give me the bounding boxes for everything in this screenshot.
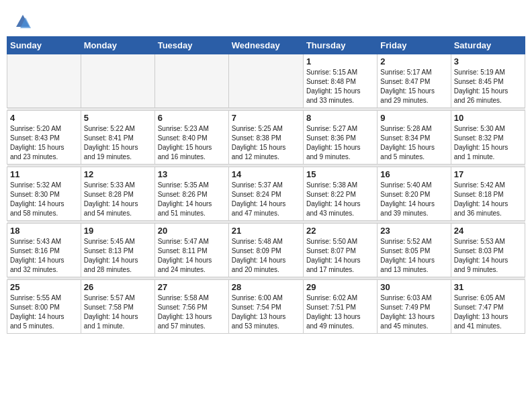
cell-details: Sunrise: 5:47 AM Sunset: 8:11 PM Dayligh… (158, 237, 226, 275)
day-number: 22 (306, 226, 374, 236)
weekday-header-friday: Friday (378, 37, 451, 54)
logo-icon (13, 12, 32, 31)
calendar-cell: 11Sunrise: 5:32 AM Sunset: 8:30 PM Dayli… (7, 167, 81, 221)
day-number: 5 (84, 113, 152, 123)
cell-details: Sunrise: 5:45 AM Sunset: 8:13 PM Dayligh… (84, 237, 152, 275)
day-number: 27 (158, 282, 226, 292)
weekday-header-tuesday: Tuesday (154, 37, 228, 54)
day-number: 2 (380, 56, 447, 66)
cell-details: Sunrise: 5:15 AM Sunset: 8:48 PM Dayligh… (306, 68, 374, 105)
day-number: 9 (380, 113, 447, 123)
calendar-cell (7, 54, 81, 108)
cell-details: Sunrise: 5:35 AM Sunset: 8:26 PM Dayligh… (158, 181, 226, 218)
weekday-header-sunday: Sunday (7, 37, 81, 54)
calendar-cell: 1Sunrise: 5:15 AM Sunset: 8:48 PM Daylig… (303, 54, 377, 108)
cell-details: Sunrise: 5:19 AM Sunset: 8:45 PM Dayligh… (454, 68, 522, 105)
cell-details: Sunrise: 5:25 AM Sunset: 8:38 PM Dayligh… (232, 124, 300, 162)
cell-details: Sunrise: 5:17 AM Sunset: 8:47 PM Dayligh… (380, 68, 447, 105)
weekday-header-monday: Monday (81, 37, 154, 54)
day-number: 11 (10, 169, 78, 179)
calendar-cell: 31Sunrise: 6:05 AM Sunset: 7:47 PM Dayli… (451, 280, 525, 334)
header (7, 7, 525, 34)
calendar-cell: 30Sunrise: 6:03 AM Sunset: 7:49 PM Dayli… (378, 280, 451, 334)
day-number: 6 (158, 113, 226, 123)
calendar-cell: 14Sunrise: 5:37 AM Sunset: 8:24 PM Dayli… (228, 167, 303, 221)
cell-details: Sunrise: 5:30 AM Sunset: 8:32 PM Dayligh… (454, 124, 522, 162)
cell-details: Sunrise: 5:57 AM Sunset: 7:58 PM Dayligh… (84, 293, 152, 331)
cell-details: Sunrise: 5:42 AM Sunset: 8:18 PM Dayligh… (454, 181, 522, 218)
day-number: 8 (306, 113, 374, 123)
calendar-cell: 7Sunrise: 5:25 AM Sunset: 8:38 PM Daylig… (228, 111, 303, 165)
day-number: 7 (232, 113, 300, 123)
day-number: 10 (454, 113, 522, 123)
week-row-2: 4Sunrise: 5:20 AM Sunset: 8:43 PM Daylig… (7, 111, 525, 165)
calendar-cell (228, 54, 303, 108)
week-row-4: 18Sunrise: 5:43 AM Sunset: 8:16 PM Dayli… (7, 224, 525, 277)
calendar-cell: 18Sunrise: 5:43 AM Sunset: 8:16 PM Dayli… (7, 224, 81, 277)
day-number: 14 (232, 169, 300, 179)
logo (13, 12, 34, 31)
day-number: 26 (84, 282, 152, 292)
calendar-cell: 16Sunrise: 5:40 AM Sunset: 8:20 PM Dayli… (378, 167, 451, 221)
calendar-cell: 26Sunrise: 5:57 AM Sunset: 7:58 PM Dayli… (81, 280, 154, 334)
calendar-cell: 10Sunrise: 5:30 AM Sunset: 8:32 PM Dayli… (451, 111, 525, 165)
calendar-cell: 4Sunrise: 5:20 AM Sunset: 8:43 PM Daylig… (7, 111, 81, 165)
calendar-cell: 19Sunrise: 5:45 AM Sunset: 8:13 PM Dayli… (81, 224, 154, 277)
calendar-cell: 17Sunrise: 5:42 AM Sunset: 8:18 PM Dayli… (451, 167, 525, 221)
calendar-cell: 5Sunrise: 5:22 AM Sunset: 8:41 PM Daylig… (81, 111, 154, 165)
cell-details: Sunrise: 5:53 AM Sunset: 8:03 PM Dayligh… (454, 237, 522, 275)
weekday-header-thursday: Thursday (303, 37, 377, 54)
cell-details: Sunrise: 5:48 AM Sunset: 8:09 PM Dayligh… (232, 237, 300, 275)
day-number: 16 (380, 169, 447, 179)
day-number: 29 (306, 282, 374, 292)
day-number: 31 (454, 282, 522, 292)
cell-details: Sunrise: 5:38 AM Sunset: 8:22 PM Dayligh… (306, 181, 374, 218)
week-row-3: 11Sunrise: 5:32 AM Sunset: 8:30 PM Dayli… (7, 167, 525, 221)
cell-details: Sunrise: 6:00 AM Sunset: 7:54 PM Dayligh… (232, 293, 300, 331)
calendar-cell: 20Sunrise: 5:47 AM Sunset: 8:11 PM Dayli… (154, 224, 228, 277)
cell-details: Sunrise: 6:05 AM Sunset: 7:47 PM Dayligh… (454, 293, 522, 331)
cell-details: Sunrise: 5:20 AM Sunset: 8:43 PM Dayligh… (10, 124, 78, 162)
calendar-table: SundayMondayTuesdayWednesdayThursdayFrid… (7, 36, 525, 334)
calendar-cell: 12Sunrise: 5:33 AM Sunset: 8:28 PM Dayli… (81, 167, 154, 221)
cell-details: Sunrise: 5:23 AM Sunset: 8:40 PM Dayligh… (158, 124, 226, 162)
calendar-cell: 23Sunrise: 5:52 AM Sunset: 8:05 PM Dayli… (378, 224, 451, 277)
cell-details: Sunrise: 6:02 AM Sunset: 7:51 PM Dayligh… (306, 293, 374, 331)
cell-details: Sunrise: 5:22 AM Sunset: 8:41 PM Dayligh… (84, 124, 152, 162)
cell-details: Sunrise: 5:32 AM Sunset: 8:30 PM Dayligh… (10, 181, 78, 218)
weekday-header-saturday: Saturday (451, 37, 525, 54)
day-number: 20 (158, 226, 226, 236)
cell-details: Sunrise: 5:37 AM Sunset: 8:24 PM Dayligh… (232, 181, 300, 218)
calendar-cell: 6Sunrise: 5:23 AM Sunset: 8:40 PM Daylig… (154, 111, 228, 165)
day-number: 12 (84, 169, 152, 179)
calendar-cell: 28Sunrise: 6:00 AM Sunset: 7:54 PM Dayli… (228, 280, 303, 334)
week-row-5: 25Sunrise: 5:55 AM Sunset: 8:00 PM Dayli… (7, 280, 525, 334)
day-number: 30 (380, 282, 447, 292)
day-number: 19 (84, 226, 152, 236)
calendar-cell: 15Sunrise: 5:38 AM Sunset: 8:22 PM Dayli… (303, 167, 377, 221)
cell-details: Sunrise: 5:50 AM Sunset: 8:07 PM Dayligh… (306, 237, 374, 275)
cell-details: Sunrise: 5:27 AM Sunset: 8:36 PM Dayligh… (306, 124, 374, 162)
day-number: 17 (454, 169, 522, 179)
calendar-cell: 22Sunrise: 5:50 AM Sunset: 8:07 PM Dayli… (303, 224, 377, 277)
cell-details: Sunrise: 5:52 AM Sunset: 8:05 PM Dayligh… (380, 237, 447, 275)
weekday-header-wednesday: Wednesday (228, 37, 303, 54)
cell-details: Sunrise: 5:28 AM Sunset: 8:34 PM Dayligh… (380, 124, 447, 162)
calendar-cell: 13Sunrise: 5:35 AM Sunset: 8:26 PM Dayli… (154, 167, 228, 221)
calendar-cell: 21Sunrise: 5:48 AM Sunset: 8:09 PM Dayli… (228, 224, 303, 277)
day-number: 3 (454, 56, 522, 66)
cell-details: Sunrise: 5:55 AM Sunset: 8:00 PM Dayligh… (10, 293, 78, 331)
calendar-cell: 8Sunrise: 5:27 AM Sunset: 8:36 PM Daylig… (303, 111, 377, 165)
calendar-cell: 29Sunrise: 6:02 AM Sunset: 7:51 PM Dayli… (303, 280, 377, 334)
day-number: 28 (232, 282, 300, 292)
calendar-cell: 3Sunrise: 5:19 AM Sunset: 8:45 PM Daylig… (451, 54, 525, 108)
day-number: 18 (10, 226, 78, 236)
day-number: 24 (454, 226, 522, 236)
calendar-cell: 27Sunrise: 5:58 AM Sunset: 7:56 PM Dayli… (154, 280, 228, 334)
day-number: 15 (306, 169, 374, 179)
cell-details: Sunrise: 5:33 AM Sunset: 8:28 PM Dayligh… (84, 181, 152, 218)
day-number: 21 (232, 226, 300, 236)
cell-details: Sunrise: 5:40 AM Sunset: 8:20 PM Dayligh… (380, 181, 447, 218)
weekday-header-row: SundayMondayTuesdayWednesdayThursdayFrid… (7, 37, 525, 54)
calendar-cell: 24Sunrise: 5:53 AM Sunset: 8:03 PM Dayli… (451, 224, 525, 277)
